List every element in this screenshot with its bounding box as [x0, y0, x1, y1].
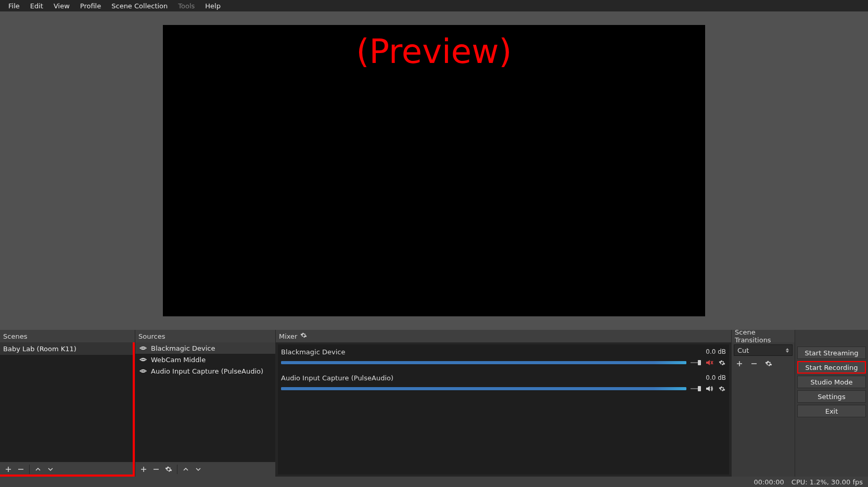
source-move-down-button[interactable] [192, 464, 205, 475]
menu-file[interactable]: File [3, 1, 25, 11]
mixer-channel: Blackmagic Device 0.0 dB [281, 347, 726, 368]
mixer-channel-name: Audio Input Capture (PulseAudio) [281, 374, 393, 382]
mixer-settings-icon[interactable] [300, 332, 307, 340]
mixer-title: Mixer [279, 332, 297, 340]
svg-point-1 [142, 358, 144, 361]
mixer-channel-settings-icon[interactable] [718, 386, 726, 392]
preview-area: (Preview) [0, 11, 868, 330]
exit-button[interactable]: Exit [797, 405, 866, 417]
studio-mode-button[interactable]: Studio Mode [797, 376, 866, 388]
mixer-meter [281, 361, 686, 364]
source-item[interactable]: Blackmagic Device [135, 342, 275, 354]
menu-help[interactable]: Help [200, 1, 226, 11]
eye-icon[interactable] [139, 356, 147, 363]
speaker-muted-icon[interactable] [705, 359, 713, 366]
start-streaming-button[interactable]: Start Streaming [797, 347, 866, 359]
menu-profile[interactable]: Profile [75, 1, 106, 11]
scenes-panel: Scenes Baby Lab (Room K11) [0, 330, 135, 477]
mixer-channel-db: 0.0 dB [706, 348, 726, 355]
menubar: File Edit View Profile Scene Collection … [0, 0, 868, 11]
scene-move-down-button[interactable] [44, 464, 57, 475]
transition-add-button[interactable] [734, 358, 745, 369]
mixer-channel: Audio Input Capture (PulseAudio) 0.0 dB [281, 373, 726, 394]
source-remove-button[interactable] [150, 464, 162, 475]
source-label: WebCam Middle [151, 356, 206, 364]
annotation-preview: (Preview) [356, 32, 512, 71]
sources-panel: Sources Blackmagic Device WebCam Middle … [135, 330, 276, 477]
status-cpu-fps: CPU: 1.2%, 30.00 fps [792, 478, 863, 486]
transitions-header: Scene Transitions [732, 330, 795, 342]
mixer-channel-db: 0.0 dB [706, 374, 726, 381]
source-move-up-button[interactable] [180, 464, 192, 475]
scene-item[interactable]: Baby Lab (Room K11) [0, 342, 135, 355]
source-label: Blackmagic Device [151, 344, 215, 352]
sources-header: Sources [135, 330, 275, 342]
menu-tools[interactable]: Tools [173, 1, 200, 11]
mixer-panel: Mixer Blackmagic Device 0.0 dB [276, 330, 732, 477]
source-item[interactable]: WebCam Middle [135, 354, 275, 365]
transitions-panel: Scene Transitions Cut [732, 330, 795, 477]
menu-edit[interactable]: Edit [25, 1, 48, 11]
transition-select[interactable]: Cut [734, 344, 793, 356]
mixer-volume-slider[interactable] [691, 360, 701, 365]
scenes-header: Scenes [0, 330, 135, 342]
speaker-icon[interactable] [705, 385, 713, 392]
transition-selected: Cut [737, 347, 749, 354]
scene-move-up-button[interactable] [32, 464, 44, 475]
eye-icon[interactable] [139, 367, 147, 375]
mixer-channel-settings-icon[interactable] [718, 360, 726, 366]
source-item[interactable]: Audio Input Capture (PulseAudio) [135, 365, 275, 377]
statusbar: 00:00:00 CPU: 1.2%, 30.00 fps [0, 477, 868, 487]
svg-point-0 [142, 347, 144, 349]
sources-title: Sources [138, 332, 165, 340]
transitions-title: Scene Transitions [735, 330, 792, 344]
transition-properties-button[interactable] [763, 358, 774, 369]
menu-view[interactable]: View [48, 1, 75, 11]
spinner-icon [786, 348, 789, 353]
status-time: 00:00:00 [754, 478, 784, 486]
scene-remove-button[interactable] [15, 464, 27, 475]
controls-panel: Start Streaming Start Recording Studio M… [795, 330, 868, 477]
scene-add-button[interactable] [2, 464, 15, 475]
transition-remove-button[interactable] [748, 358, 760, 369]
source-add-button[interactable] [137, 464, 150, 475]
source-properties-button[interactable] [162, 464, 175, 475]
start-recording-button[interactable]: Start Recording [797, 361, 866, 374]
mixer-meter [281, 387, 686, 390]
menu-scene-collection[interactable]: Scene Collection [106, 1, 173, 11]
mixer-channel-name: Blackmagic Device [281, 348, 345, 356]
mixer-header: Mixer [276, 330, 731, 342]
preview-canvas[interactable]: (Preview) [163, 25, 705, 316]
source-label: Audio Input Capture (PulseAudio) [151, 367, 263, 375]
scenes-title: Scenes [3, 332, 27, 340]
svg-point-2 [142, 370, 144, 372]
settings-button[interactable]: Settings [797, 390, 866, 403]
eye-icon[interactable] [139, 344, 147, 352]
mixer-volume-slider[interactable] [691, 386, 701, 391]
